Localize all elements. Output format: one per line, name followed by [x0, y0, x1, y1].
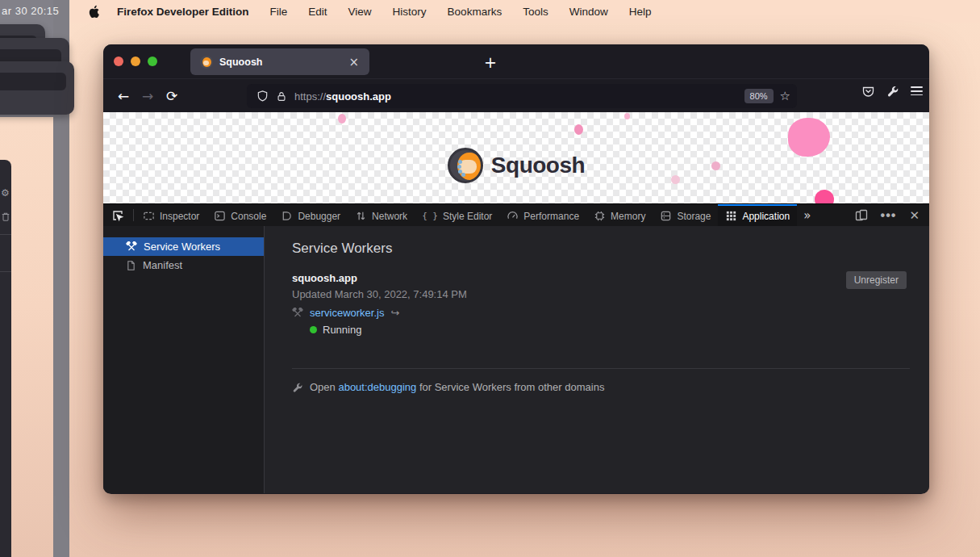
- console-icon: [214, 210, 226, 222]
- worker-status-label: Running: [323, 324, 361, 336]
- zoom-level-badge[interactable]: 80%: [744, 89, 774, 103]
- close-window-button[interactable]: [114, 57, 123, 66]
- menu-tools[interactable]: Tools: [523, 6, 548, 18]
- squoosh-header: Squoosh: [103, 148, 929, 183]
- devtools-tab-performance[interactable]: Performance: [499, 204, 586, 226]
- devtools-tab-memory[interactable]: Memory: [586, 204, 653, 226]
- service-workers-panel: Service Workers squoosh.app Updated Marc…: [265, 226, 929, 493]
- network-icon: [355, 210, 367, 222]
- firefox-window: Squoosh × + ← → ⟳ https://squoosh.app 80…: [103, 44, 929, 494]
- navigation-toolbar: ← → ⟳ https://squoosh.app 80% ☆: [103, 78, 929, 112]
- service-worker-icon: [126, 241, 137, 253]
- squoosh-favicon-icon: [200, 56, 213, 69]
- responsive-design-mode-icon[interactable]: [855, 209, 868, 222]
- tab-close-icon[interactable]: ×: [346, 55, 361, 69]
- devtools-close-icon[interactable]: ✕: [909, 208, 920, 223]
- back-button[interactable]: ←: [111, 84, 136, 108]
- tab-bar: Squoosh × +: [103, 44, 929, 78]
- pink-blob-bright: [815, 190, 834, 203]
- panel-divider: [292, 368, 910, 369]
- devtools-tab-style-editor[interactable]: { } Style Editor: [415, 204, 499, 226]
- menubar-app-name[interactable]: Firefox Developer Edition: [117, 6, 249, 18]
- macos-menubar: Firefox Developer Edition File Edit View…: [69, 0, 980, 23]
- application-sidebar: Service Workers Manifest: [103, 226, 265, 493]
- menu-file[interactable]: File: [270, 6, 288, 18]
- forward-button[interactable]: →: [136, 84, 160, 108]
- memory-icon: [594, 210, 606, 222]
- inspector-icon: [143, 210, 155, 222]
- manifest-file-icon: [126, 260, 136, 271]
- new-tab-button[interactable]: +: [479, 51, 502, 73]
- squoosh-logo-icon: [448, 148, 483, 183]
- worker-row: serviceworker.js ↪: [292, 307, 399, 319]
- trash-icon: [1, 211, 10, 222]
- devtools-tab-storage[interactable]: Storage: [653, 204, 718, 226]
- pocket-icon[interactable]: [861, 85, 875, 98]
- devtools-panel: Service Workers Manifest Service Workers…: [103, 226, 929, 493]
- menu-help[interactable]: Help: [629, 6, 652, 18]
- url-text[interactable]: https://squoosh.app: [294, 90, 744, 103]
- style-editor-icon: { }: [422, 211, 438, 221]
- devtools-tab-network[interactable]: Network: [348, 204, 415, 226]
- minimize-window-button[interactable]: [131, 57, 140, 66]
- pick-element-icon[interactable]: [103, 204, 131, 226]
- worker-script-link[interactable]: serviceworker.js: [310, 307, 384, 319]
- about-debugging-link[interactable]: about:debugging: [338, 381, 416, 393]
- wrench-icon: [292, 382, 303, 393]
- menubar-clock: ar 30 20:15: [2, 5, 52, 17]
- devtools-overflow-chevron[interactable]: »: [797, 204, 817, 226]
- reload-button[interactable]: ⟳: [160, 84, 184, 108]
- service-worker-icon: [292, 308, 303, 319]
- worker-status-row: Running: [310, 324, 361, 336]
- menu-window[interactable]: Window: [569, 6, 608, 18]
- storage-icon: [660, 210, 672, 222]
- pink-blob: [574, 124, 583, 135]
- tab-title: Squoosh: [219, 57, 346, 68]
- worker-updated-timestamp: Updated March 30, 2022, 7:49:14 PM: [292, 288, 467, 300]
- jump-to-source-icon[interactable]: ↪: [390, 307, 399, 319]
- application-icon: [725, 210, 737, 222]
- zoom-window-button[interactable]: [148, 57, 157, 66]
- menu-hamburger-icon[interactable]: [911, 84, 923, 98]
- bookmark-star-icon[interactable]: ☆: [780, 89, 790, 103]
- menu-edit[interactable]: Edit: [308, 6, 327, 18]
- pink-blob: [338, 114, 346, 124]
- sidebar-item-service-workers[interactable]: Service Workers: [103, 237, 264, 256]
- tab-squoosh[interactable]: Squoosh ×: [190, 48, 369, 75]
- unregister-button[interactable]: Unregister: [846, 271, 907, 289]
- background-window: [0, 61, 74, 115]
- pink-blob: [624, 113, 630, 119]
- url-bar[interactable]: https://squoosh.app 80% ☆: [247, 84, 797, 108]
- menu-history[interactable]: History: [393, 6, 427, 18]
- performance-icon: [507, 210, 519, 222]
- panel-heading: Service Workers: [292, 241, 392, 257]
- devtools-toolbar: Inspector Console Debugger Network { } S…: [103, 203, 929, 226]
- page-content: Squoosh: [103, 112, 929, 203]
- worker-origin: squoosh.app: [292, 272, 357, 284]
- devtools-tab-debugger[interactable]: Debugger: [273, 204, 348, 226]
- devtools-wrench-icon[interactable]: [886, 85, 899, 98]
- shield-icon[interactable]: [256, 90, 269, 103]
- devtools-tab-console[interactable]: Console: [206, 204, 273, 226]
- lock-icon[interactable]: [276, 90, 287, 103]
- devtools-tab-application[interactable]: Application: [718, 204, 797, 226]
- footer-text: Open about:debugging for Service Workers…: [310, 381, 604, 393]
- menu-bookmarks[interactable]: Bookmarks: [448, 6, 503, 18]
- menu-view[interactable]: View: [348, 6, 372, 18]
- gear-icon: ⚙: [1, 187, 10, 199]
- squoosh-wordmark: Squoosh: [491, 153, 585, 178]
- debugger-icon: [281, 210, 293, 222]
- devtools-meatball-menu-icon[interactable]: •••: [881, 208, 897, 223]
- running-status-icon: [310, 326, 317, 333]
- about-debugging-row: Open about:debugging for Service Workers…: [292, 381, 604, 393]
- devtools-tab-inspector[interactable]: Inspector: [136, 204, 206, 226]
- sidebar-item-manifest[interactable]: Manifest: [103, 256, 264, 274]
- apple-logo-icon[interactable]: [89, 5, 101, 19]
- background-toolbar-strip: ⚙: [0, 160, 11, 557]
